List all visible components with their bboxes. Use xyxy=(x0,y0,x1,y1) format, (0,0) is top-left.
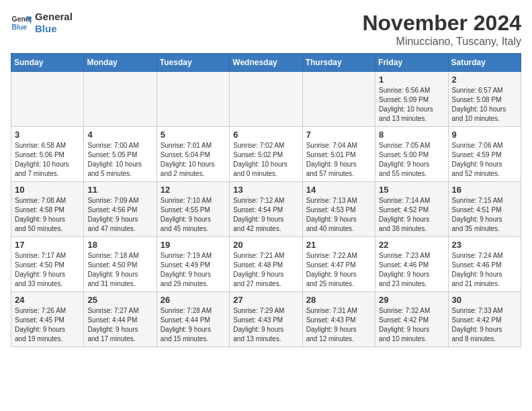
day-number: 22 xyxy=(379,240,444,250)
day-number: 12 xyxy=(161,185,226,195)
day-number: 15 xyxy=(379,185,444,195)
day-info: Sunrise: 6:57 AM Sunset: 5:08 PM Dayligh… xyxy=(452,86,517,124)
day-info: Sunrise: 7:10 AM Sunset: 4:55 PM Dayligh… xyxy=(161,196,226,234)
day-info: Sunrise: 6:58 AM Sunset: 5:06 PM Dayligh… xyxy=(15,141,80,179)
calendar-cell: 2Sunrise: 6:57 AM Sunset: 5:08 PM Daylig… xyxy=(448,72,521,127)
calendar-cell: 27Sunrise: 7:29 AM Sunset: 4:43 PM Dayli… xyxy=(230,292,302,347)
calendar-cell: 11Sunrise: 7:09 AM Sunset: 4:56 PM Dayli… xyxy=(84,182,157,237)
day-info: Sunrise: 7:32 AM Sunset: 4:42 PM Dayligh… xyxy=(379,306,444,344)
calendar-cell: 17Sunrise: 7:17 AM Sunset: 4:50 PM Dayli… xyxy=(11,237,84,292)
calendar-table: SundayMondayTuesdayWednesdayThursdayFrid… xyxy=(11,53,521,347)
calendar-cell: 4Sunrise: 7:00 AM Sunset: 5:05 PM Daylig… xyxy=(84,127,157,182)
logo-line1: General xyxy=(35,11,73,23)
day-info: Sunrise: 7:21 AM Sunset: 4:48 PM Dayligh… xyxy=(233,251,298,289)
calendar-week-0: 1Sunrise: 6:56 AM Sunset: 5:09 PM Daylig… xyxy=(11,72,521,127)
day-info: Sunrise: 7:29 AM Sunset: 4:43 PM Dayligh… xyxy=(233,306,298,344)
day-number: 20 xyxy=(233,240,298,250)
day-number: 6 xyxy=(233,130,298,140)
calendar-cell: 6Sunrise: 7:02 AM Sunset: 5:02 PM Daylig… xyxy=(230,127,302,182)
calendar-cell: 3Sunrise: 6:58 AM Sunset: 5:06 PM Daylig… xyxy=(11,127,84,182)
header-area: General Blue General Blue November 2024 … xyxy=(11,11,521,48)
day-number: 18 xyxy=(87,240,152,250)
day-number: 19 xyxy=(161,240,226,250)
day-number: 9 xyxy=(452,130,517,140)
title-area: November 2024 Minucciano, Tuscany, Italy xyxy=(362,11,521,48)
day-info: Sunrise: 7:08 AM Sunset: 4:58 PM Dayligh… xyxy=(15,196,80,234)
calendar-cell: 25Sunrise: 7:27 AM Sunset: 4:44 PM Dayli… xyxy=(84,292,157,347)
day-number: 3 xyxy=(15,130,80,140)
calendar-cell: 28Sunrise: 7:31 AM Sunset: 4:43 PM Dayli… xyxy=(302,292,375,347)
calendar-cell: 1Sunrise: 6:56 AM Sunset: 5:09 PM Daylig… xyxy=(375,72,448,127)
calendar-cell: 30Sunrise: 7:33 AM Sunset: 4:42 PM Dayli… xyxy=(448,292,521,347)
calendar-cell: 12Sunrise: 7:10 AM Sunset: 4:55 PM Dayli… xyxy=(157,182,229,237)
day-number: 5 xyxy=(161,130,226,140)
day-info: Sunrise: 7:02 AM Sunset: 5:02 PM Dayligh… xyxy=(233,141,298,179)
day-info: Sunrise: 7:06 AM Sunset: 4:59 PM Dayligh… xyxy=(452,141,517,179)
day-number: 17 xyxy=(15,240,80,250)
day-number: 10 xyxy=(15,185,80,195)
calendar-cell: 19Sunrise: 7:19 AM Sunset: 4:49 PM Dayli… xyxy=(157,237,229,292)
day-number: 24 xyxy=(15,295,80,305)
day-info: Sunrise: 7:05 AM Sunset: 5:00 PM Dayligh… xyxy=(379,141,444,179)
weekday-header-friday: Friday xyxy=(375,54,448,72)
calendar-cell: 23Sunrise: 7:24 AM Sunset: 4:46 PM Dayli… xyxy=(448,237,521,292)
day-number: 13 xyxy=(233,185,298,195)
day-info: Sunrise: 7:27 AM Sunset: 4:44 PM Dayligh… xyxy=(87,306,152,344)
location-title: Minucciano, Tuscany, Italy xyxy=(362,36,521,48)
calendar-cell: 14Sunrise: 7:13 AM Sunset: 4:53 PM Dayli… xyxy=(302,182,375,237)
day-number: 21 xyxy=(306,240,371,250)
calendar-cell xyxy=(157,72,229,127)
calendar-cell xyxy=(84,72,157,127)
calendar-cell: 29Sunrise: 7:32 AM Sunset: 4:42 PM Dayli… xyxy=(375,292,448,347)
day-info: Sunrise: 7:31 AM Sunset: 4:43 PM Dayligh… xyxy=(306,306,371,344)
day-number: 14 xyxy=(306,185,371,195)
day-number: 28 xyxy=(306,295,371,305)
weekday-header-saturday: Saturday xyxy=(448,54,521,72)
day-info: Sunrise: 7:15 AM Sunset: 4:51 PM Dayligh… xyxy=(452,196,517,234)
weekday-row: SundayMondayTuesdayWednesdayThursdayFrid… xyxy=(11,54,521,72)
calendar-cell xyxy=(302,72,375,127)
calendar-cell: 24Sunrise: 7:26 AM Sunset: 4:45 PM Dayli… xyxy=(11,292,84,347)
day-info: Sunrise: 7:24 AM Sunset: 4:46 PM Dayligh… xyxy=(452,251,517,289)
calendar-cell: 15Sunrise: 7:14 AM Sunset: 4:52 PM Dayli… xyxy=(375,182,448,237)
day-number: 25 xyxy=(87,295,152,305)
day-info: Sunrise: 7:14 AM Sunset: 4:52 PM Dayligh… xyxy=(379,196,444,234)
day-info: Sunrise: 6:56 AM Sunset: 5:09 PM Dayligh… xyxy=(379,86,444,124)
weekday-header-wednesday: Wednesday xyxy=(230,54,302,72)
day-number: 23 xyxy=(452,240,517,250)
calendar-body: 1Sunrise: 6:56 AM Sunset: 5:09 PM Daylig… xyxy=(11,72,521,347)
day-number: 11 xyxy=(87,185,152,195)
weekday-header-thursday: Thursday xyxy=(302,54,375,72)
day-number: 27 xyxy=(233,295,298,305)
calendar-header: SundayMondayTuesdayWednesdayThursdayFrid… xyxy=(11,54,521,72)
day-info: Sunrise: 7:33 AM Sunset: 4:42 PM Dayligh… xyxy=(452,306,517,344)
day-info: Sunrise: 7:19 AM Sunset: 4:49 PM Dayligh… xyxy=(161,251,226,289)
day-info: Sunrise: 7:01 AM Sunset: 5:04 PM Dayligh… xyxy=(161,141,226,179)
day-info: Sunrise: 7:26 AM Sunset: 4:45 PM Dayligh… xyxy=(15,306,80,344)
calendar-cell: 20Sunrise: 7:21 AM Sunset: 4:48 PM Dayli… xyxy=(230,237,302,292)
calendar-cell xyxy=(230,72,302,127)
calendar-cell: 7Sunrise: 7:04 AM Sunset: 5:01 PM Daylig… xyxy=(302,127,375,182)
calendar-cell: 18Sunrise: 7:18 AM Sunset: 4:50 PM Dayli… xyxy=(84,237,157,292)
calendar-week-3: 17Sunrise: 7:17 AM Sunset: 4:50 PM Dayli… xyxy=(11,237,521,292)
day-number: 30 xyxy=(452,295,517,305)
weekday-header-sunday: Sunday xyxy=(11,54,84,72)
day-info: Sunrise: 7:18 AM Sunset: 4:50 PM Dayligh… xyxy=(87,251,152,289)
calendar-cell: 5Sunrise: 7:01 AM Sunset: 5:04 PM Daylig… xyxy=(157,127,229,182)
day-info: Sunrise: 7:09 AM Sunset: 4:56 PM Dayligh… xyxy=(87,196,152,234)
calendar-week-2: 10Sunrise: 7:08 AM Sunset: 4:58 PM Dayli… xyxy=(11,182,521,237)
logo: General Blue General Blue xyxy=(11,11,73,35)
day-number: 29 xyxy=(379,295,444,305)
month-title: November 2024 xyxy=(362,11,521,36)
calendar-cell: 13Sunrise: 7:12 AM Sunset: 4:54 PM Dayli… xyxy=(230,182,302,237)
day-info: Sunrise: 7:12 AM Sunset: 4:54 PM Dayligh… xyxy=(233,196,298,234)
weekday-header-tuesday: Tuesday xyxy=(157,54,229,72)
day-info: Sunrise: 7:13 AM Sunset: 4:53 PM Dayligh… xyxy=(306,196,371,234)
svg-text:Blue: Blue xyxy=(12,24,28,31)
day-info: Sunrise: 7:17 AM Sunset: 4:50 PM Dayligh… xyxy=(15,251,80,289)
calendar-week-1: 3Sunrise: 6:58 AM Sunset: 5:06 PM Daylig… xyxy=(11,127,521,182)
day-number: 26 xyxy=(161,295,226,305)
day-number: 1 xyxy=(379,75,444,85)
day-number: 4 xyxy=(87,130,152,140)
calendar-cell: 22Sunrise: 7:23 AM Sunset: 4:46 PM Dayli… xyxy=(375,237,448,292)
